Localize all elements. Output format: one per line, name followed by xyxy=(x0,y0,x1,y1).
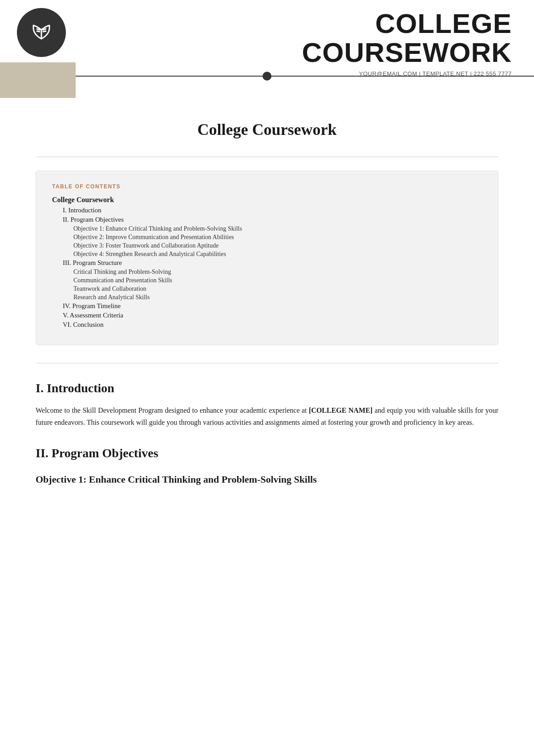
header-title: COLLEGE COURSEWORK xyxy=(302,9,512,67)
svg-line-1 xyxy=(37,29,40,30)
toc-item-obj2[interactable]: Objective 2: Improve Communication and P… xyxy=(73,234,482,241)
toc-item-intro[interactable]: I. Introduction xyxy=(63,207,482,214)
toc-item-critical[interactable]: Critical Thinking and Problem-Solving xyxy=(73,268,482,276)
header-right: COLLEGE COURSEWORK YOUR@EMAIL.COM | TEMP… xyxy=(302,0,534,77)
header-dot xyxy=(263,72,271,81)
toc-item-assessment[interactable]: V. Assessment Criteria xyxy=(63,312,482,319)
toc-item-communication[interactable]: Communication and Presentation Skills xyxy=(73,277,482,284)
svg-line-4 xyxy=(43,31,46,32)
toc-item-obj4[interactable]: Objective 4: Strengthen Research and Ana… xyxy=(73,251,482,258)
svg-line-2 xyxy=(37,31,40,32)
svg-line-3 xyxy=(43,29,46,30)
toc-item-teamwork[interactable]: Teamwork and Collaboration xyxy=(73,285,482,293)
table-of-contents: TABLE OF CONTENTS College Coursework I. … xyxy=(36,171,498,345)
toc-item-conclusion[interactable]: VI. Conclusion xyxy=(63,321,482,329)
introduction-heading: I. Introduction xyxy=(36,381,498,395)
college-name: [COLLEGE NAME] xyxy=(309,406,372,414)
logo-circle xyxy=(17,8,66,57)
toc-label: TABLE OF CONTENTS xyxy=(52,183,482,190)
objective1-heading: Objective 1: Enhance Critical Thinking a… xyxy=(36,474,498,485)
toc-item-obj1[interactable]: Objective 1: Enhance Critical Thinking a… xyxy=(73,225,482,232)
header-left xyxy=(0,0,98,98)
toc-item-research[interactable]: Research and Analytical Skills xyxy=(73,294,482,301)
program-objectives-heading: II. Program Objectives xyxy=(36,446,498,460)
toc-item-objectives[interactable]: II. Program Objectives xyxy=(63,216,482,224)
toc-item-obj3[interactable]: Objective 3: Foster Teamwork and Collabo… xyxy=(73,242,482,249)
tan-rectangle xyxy=(0,62,76,98)
toc-main-item: College Coursework xyxy=(52,196,482,204)
introduction-body: Welcome to the Skill Development Program… xyxy=(36,404,498,428)
page-header: COLLEGE COURSEWORK YOUR@EMAIL.COM | TEMP… xyxy=(0,0,534,98)
divider-bottom xyxy=(36,363,498,363)
toc-item-structure[interactable]: III. Program Structure xyxy=(63,259,482,267)
divider-top xyxy=(36,157,498,157)
toc-item-timeline[interactable]: IV. Program Timeline xyxy=(63,302,482,310)
main-content: College Coursework TABLE OF CONTENTS Col… xyxy=(0,98,534,516)
document-title: College Coursework xyxy=(36,120,498,139)
header-line xyxy=(76,76,534,77)
